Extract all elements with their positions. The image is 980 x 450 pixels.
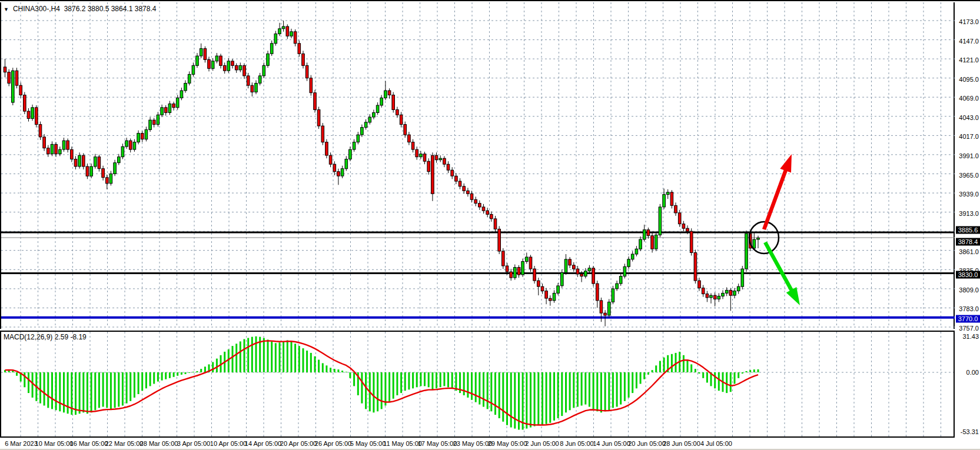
date-tick-label: 3 Apr 05:00 — [177, 440, 210, 447]
price-tick-label: 3965.0 — [959, 172, 979, 179]
price-level-label: 3885.6 — [956, 226, 980, 234]
price-level-label: 3878.4 — [956, 238, 980, 246]
macd-tick-label: 0.00 — [966, 369, 979, 376]
price-tick-label: 3913.0 — [959, 210, 979, 217]
trend-up-arrow — [764, 154, 792, 229]
date-tick-label: 6 Mar 2023 — [5, 440, 38, 447]
date-tick-label: 4 Jul 05:00 — [700, 440, 732, 447]
macd-main-value: 2.59 — [55, 333, 68, 341]
price-tick-label: 4147.0 — [959, 38, 979, 45]
date-tick-label: 23 May 05:00 — [453, 440, 493, 447]
date-tick-label: 14 Apr 05:00 — [245, 440, 281, 447]
price-tick-label: 3991.0 — [959, 152, 979, 159]
price-level-label: 3770.0 — [956, 315, 980, 322]
symbol-dropdown-icon[interactable]: ▼ — [4, 6, 9, 12]
date-tick-label: 22 Mar 05:00 — [105, 440, 144, 447]
macd-indicator-label: MACD(12,26,9) 2.59 -8.19 — [4, 333, 87, 341]
date-tick-label: 20 Apr 05:00 — [280, 440, 317, 447]
macd-tick-label: 31.43 — [962, 333, 979, 340]
macd-axis[interactable]: 31.430.00-53.31 — [956, 331, 980, 438]
date-tick-label: 8 Jun 05:00 — [560, 440, 594, 447]
macd-signal-value: -8.19 — [70, 333, 86, 341]
date-tick-label: 14 Jun 05:00 — [593, 440, 630, 447]
date-tick-label: 11 May 05:00 — [383, 440, 422, 447]
symbol-period-label: CHINA300-,H4 — [13, 5, 60, 13]
price-tick-label: 4121.0 — [959, 56, 979, 64]
price-axis[interactable]: 4173.04147.04121.04095.04069.04043.04017… — [956, 2, 980, 329]
price-tick-label: 3861.0 — [959, 248, 979, 255]
chart-window: ▼CHINA300-,H4 3876.2 3880.5 3864.1 3878.… — [0, 0, 980, 450]
date-axis[interactable]: 6 Mar 202310 Mar 05:0016 Mar 05:0022 Mar… — [0, 439, 980, 449]
price-tick-label: 4043.0 — [959, 114, 979, 121]
candlestick-chart[interactable] — [1, 2, 955, 328]
date-tick-label: 10 Apr 05:00 — [210, 440, 247, 447]
date-tick-label: 28 Jun 05:00 — [663, 440, 700, 447]
date-tick-label: 26 Apr 05:00 — [315, 440, 351, 447]
macd-chart[interactable] — [1, 332, 954, 436]
date-tick-label: 2 Jun 05:00 — [525, 440, 559, 447]
price-tick-label: 4095.0 — [959, 76, 979, 83]
date-tick-label: 29 May 05:00 — [488, 440, 527, 447]
price-tick-label: 4069.0 — [959, 95, 979, 102]
price-tick-label: 3939.0 — [959, 191, 979, 198]
date-tick-label: 17 May 05:00 — [418, 440, 457, 447]
macd-tick-label: -53.31 — [961, 428, 979, 435]
date-tick-label: 16 Mar 05:00 — [70, 440, 108, 447]
date-tick-label: 5 May 05:00 — [350, 440, 386, 447]
main-chart-panel[interactable] — [0, 2, 955, 329]
price-level-label: 3830.0 — [956, 271, 980, 278]
chart-title: ▼CHINA300-,H4 3876.2 3880.5 3864.1 3878.… — [4, 5, 156, 13]
price-tick-label: 3783.0 — [959, 305, 979, 312]
date-tick-label: 28 Mar 05:00 — [140, 440, 178, 447]
ohlc-values-label: 3876.2 3880.5 3864.1 3878.4 — [64, 5, 157, 13]
price-tick-label: 3809.0 — [959, 286, 979, 294]
macd-indicator-panel[interactable] — [0, 331, 955, 438]
date-tick-label: 20 Jun 05:00 — [628, 440, 666, 447]
price-tick-label: 4173.0 — [959, 18, 979, 25]
price-tick-label: 4017.0 — [959, 133, 979, 140]
date-tick-label: 10 Mar 05:00 — [35, 440, 74, 447]
